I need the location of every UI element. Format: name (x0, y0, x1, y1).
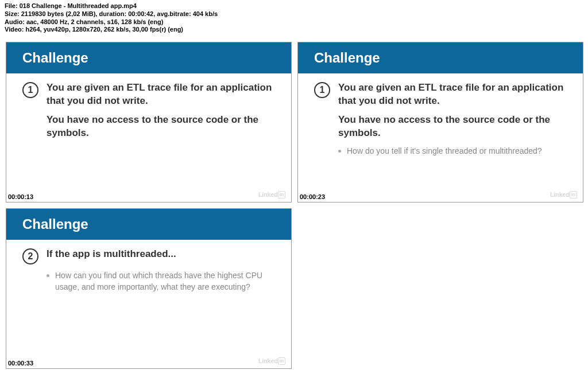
paragraph-text: You have no access to the source code or… (338, 114, 567, 140)
watermark-box: in (570, 191, 577, 198)
file-metadata: File: 018 Challenge - Multithreaded app.… (0, 0, 588, 36)
lead-text: You are given an ETL trace file for an a… (47, 81, 275, 108)
timestamp: 00:00:13 (8, 193, 33, 200)
slides-grid: Challenge 1 You are given an ETL trace f… (0, 36, 588, 369)
step-number-icon: 1 (22, 82, 38, 98)
timestamp: 00:00:23 (300, 193, 325, 200)
watermark-text: Linked (550, 191, 570, 198)
watermark-text: Linked (258, 191, 278, 198)
numbered-item: 2 If the app is multithreaded... (22, 248, 275, 264)
bullet-text: How can you find out which threads have … (55, 270, 275, 293)
slide-2: Challenge 1 You are given an ETL trace f… (297, 42, 583, 202)
watermark-text: Linked (258, 357, 278, 364)
meta-file: File: 018 Challenge - Multithreaded app.… (5, 2, 583, 10)
meta-audio: Audio: aac, 48000 Hz, 2 channels, s16, 1… (5, 18, 583, 26)
slide-body: 1 You are given an ETL trace file for an… (6, 73, 291, 202)
lead-text: If the app is multithreaded... (47, 248, 275, 261)
watermark-box: in (278, 191, 285, 198)
slide-body: 1 You are given an ETL trace file for an… (298, 73, 583, 202)
lead-text: You are given an ETL trace file for an a… (338, 81, 567, 108)
bullet-item: How do you tell if it's single threaded … (338, 146, 567, 157)
linkedin-watermark: Linkedin (550, 191, 577, 198)
linkedin-watermark: Linkedin (258, 357, 285, 365)
timestamp: 00:00:33 (8, 360, 33, 367)
bullet-dot-icon (338, 150, 341, 153)
paragraph-text: You have no access to the source code or… (47, 114, 275, 140)
numbered-item: 1 You are given an ETL trace file for an… (314, 81, 567, 108)
meta-video: Video: h264, yuv420p, 1280x720, 262 kb/s… (5, 26, 583, 34)
bullet-item: How can you find out which threads have … (47, 270, 275, 293)
step-number-icon: 2 (22, 248, 38, 264)
slide-1: Challenge 1 You are given an ETL trace f… (6, 42, 292, 202)
slide-header: Challenge (6, 42, 291, 73)
bullet-text: How do you tell if it's single threaded … (347, 146, 567, 157)
bullet-dot-icon (47, 274, 49, 277)
linkedin-watermark: Linkedin (258, 191, 285, 198)
slide-header: Challenge (298, 42, 583, 73)
slide-body: 2 If the app is multithreaded... How can… (6, 240, 291, 368)
meta-size: Size: 2119830 bytes (2,02 MiB), duration… (5, 10, 583, 18)
slide-3: Challenge 2 If the app is multithreaded.… (6, 208, 292, 369)
watermark-box: in (278, 357, 285, 365)
step-number-icon: 1 (314, 82, 330, 98)
slide-header: Challenge (6, 209, 291, 240)
numbered-item: 1 You are given an ETL trace file for an… (22, 81, 275, 108)
